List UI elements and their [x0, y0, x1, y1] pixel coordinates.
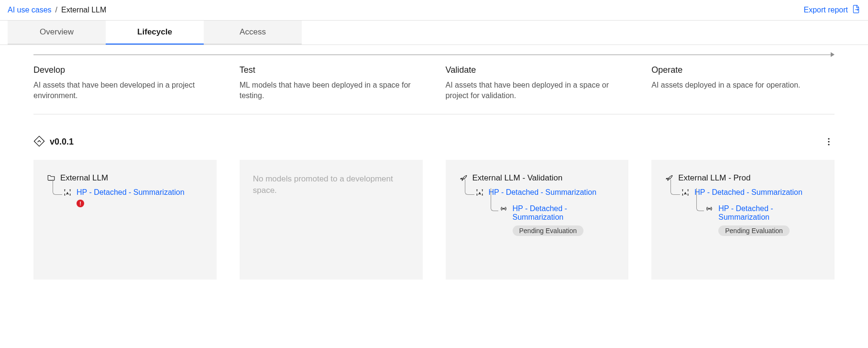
card-test: No models promoted to a development spac…	[240, 160, 423, 280]
stage-headers: Develop AI assets that have been develop…	[33, 63, 835, 114]
operate-asset-link[interactable]: HP - Detached - Summarization	[694, 188, 802, 196]
status-badge: Pending Evaluation	[718, 225, 790, 236]
stage-operate: Operate AI assets deployed in a space fo…	[651, 63, 835, 111]
error-icon: !	[77, 200, 84, 207]
svg-point-2	[828, 141, 829, 143]
export-report-button[interactable]: Export report	[804, 5, 860, 15]
stage-desc: ML models that have been deployed in a s…	[240, 80, 423, 101]
develop-asset: HP - Detached - Summarization !	[63, 188, 203, 207]
operate-container-title: External LLM - Prod	[678, 173, 750, 183]
cards-row: External LLM	[33, 160, 835, 280]
validate-asset-link[interactable]: HP - Detached - Summarization	[489, 188, 597, 196]
stage-title: Validate	[446, 65, 629, 75]
operate-nested-asset-link[interactable]: HP - Detached - Summarization	[718, 204, 773, 221]
develop-container: External LLM	[47, 173, 203, 183]
tab-access[interactable]: Access	[204, 21, 302, 45]
validate-nested-asset: HP - Detached - Summarization Pending Ev…	[499, 204, 615, 236]
tabs: Overview Lifecycle Access	[0, 21, 868, 45]
breadcrumb-current: External LLM	[61, 6, 106, 14]
prompt-icon	[475, 188, 484, 198]
stage-separator	[33, 114, 835, 114]
card-validate: External LLM - Validation	[446, 160, 629, 280]
svg-rect-0	[34, 136, 44, 146]
version-label: v0.0.1	[50, 137, 74, 147]
version-icon	[33, 135, 45, 148]
validate-container: External LLM - Validation	[459, 173, 615, 183]
svg-point-4	[503, 208, 504, 209]
stage-title: Test	[240, 65, 423, 75]
develop-container-title: External LLM	[60, 173, 108, 183]
version-row: v0.0.1	[33, 135, 835, 148]
lifecycle-arrow	[33, 52, 835, 58]
content-area: Develop AI assets that have been develop…	[0, 52, 868, 299]
test-placeholder: No models promoted to a development spac…	[253, 173, 409, 196]
version-overflow-menu[interactable]	[823, 136, 835, 147]
validate-asset: HP - Detached - Summarization	[475, 188, 615, 236]
stage-validate: Validate AI assets that have been deploy…	[446, 63, 629, 111]
stage-test: Test ML models that have been deployed i…	[240, 63, 423, 111]
stage-develop: Develop AI assets that have been develop…	[33, 63, 217, 111]
stage-title: Operate	[651, 65, 835, 75]
prompt-icon	[681, 188, 690, 198]
stage-title: Develop	[33, 65, 217, 75]
breadcrumb: AI use cases / External LLM	[8, 6, 106, 14]
stage-desc: AI assets that have been deployed in a s…	[446, 80, 629, 101]
svg-point-5	[709, 208, 710, 209]
top-bar: AI use cases / External LLM Export repor…	[0, 0, 868, 21]
stage-desc: AI assets deployed in a space for operat…	[651, 80, 835, 90]
tab-lifecycle[interactable]: Lifecycle	[106, 21, 204, 45]
develop-asset-link[interactable]: HP - Detached - Summarization	[77, 188, 185, 196]
validate-container-title: External LLM - Validation	[472, 173, 563, 183]
breadcrumb-parent-link[interactable]: AI use cases	[8, 6, 52, 14]
stage-desc: AI assets that have been developed in a …	[33, 80, 217, 101]
operate-nested-asset: HP - Detached - Summarization Pending Ev…	[705, 204, 821, 236]
tab-overview[interactable]: Overview	[8, 21, 106, 45]
svg-point-1	[828, 138, 829, 140]
operate-asset: HP - Detached - Summarization	[681, 188, 821, 236]
export-icon	[852, 5, 860, 15]
status-badge: Pending Evaluation	[513, 225, 584, 236]
card-develop: External LLM	[33, 160, 217, 280]
breadcrumb-separator: /	[55, 6, 57, 14]
operate-container: External LLM - Prod	[665, 173, 821, 183]
svg-point-3	[828, 144, 829, 146]
card-operate: External LLM - Prod	[651, 160, 835, 280]
validate-nested-asset-link[interactable]: HP - Detached - Summarization	[513, 204, 567, 221]
broadcast-icon	[705, 204, 714, 214]
prompt-icon	[63, 188, 72, 198]
export-report-label: Export report	[804, 6, 848, 14]
broadcast-icon	[499, 204, 508, 214]
